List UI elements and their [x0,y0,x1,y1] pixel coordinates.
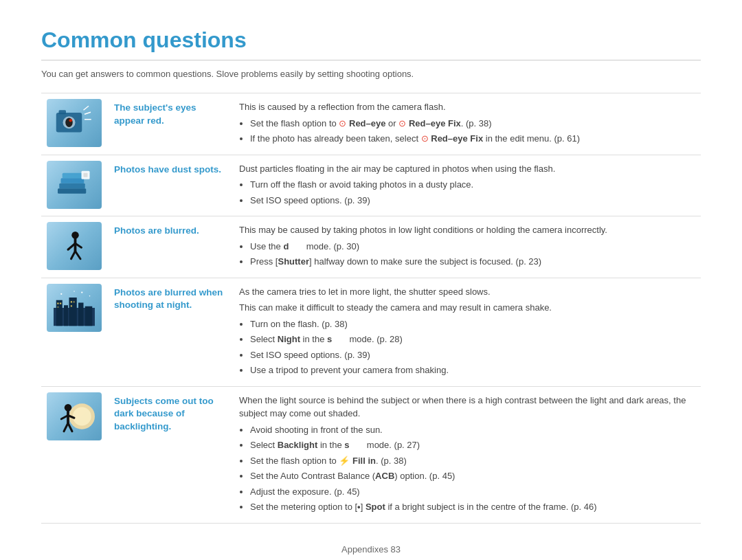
list-item: Turn on the flash. (p. 38) [250,317,693,331]
content-intro: This is caused by a reflection from the … [239,100,693,114]
svg-rect-27 [60,302,61,304]
row-label: Subjects come out too dark because of ba… [114,396,214,432]
list-item: Select Backlight in the s mode. (p. 27) [250,438,693,452]
svg-rect-9 [59,183,85,188]
svg-rect-22 [64,305,68,326]
table-row: Subjects come out too dark because of ba… [41,386,701,523]
row-label-cell: Photos are blurred when shooting at nigh… [107,278,231,386]
row-image-cell [41,216,107,278]
svg-rect-26 [57,302,58,304]
row-image [47,284,102,332]
row-content-cell: Dust particles floating in the air may b… [231,155,701,216]
svg-line-6 [85,112,91,114]
svg-rect-30 [74,301,75,302]
svg-point-32 [60,293,62,294]
svg-line-19 [76,251,81,259]
row-label-cell: Photos have dust spots. [107,155,231,216]
svg-rect-10 [61,178,85,183]
faq-table: The subject's eyes appear red. This is c… [41,93,701,524]
bullet-list: Set the flash option to ⊙ Red–eye or ⊙ R… [250,117,693,146]
list-item: Use the d mode. (p. 30) [250,240,693,254]
row-label: Photos have dust spots. [114,164,221,175]
bullet-list: Turn off the flash or avoid taking photo… [250,178,693,207]
table-row: Photos are blurred. This may be caused b… [41,216,701,278]
table-row: Photos have dust spots. Dust particles f… [41,155,701,216]
svg-rect-21 [56,300,63,326]
row-image-cell [41,278,107,386]
list-item: Set the flash option to ⊙ Red–eye or ⊙ R… [250,117,693,131]
svg-rect-29 [71,301,72,302]
content-intro: This may be caused by taking photos in l… [239,223,693,237]
svg-line-18 [71,251,76,259]
row-label: Photos are blurred. [114,225,199,236]
svg-line-43 [68,423,72,431]
row-content-cell: This may be caused by taking photos in l… [231,216,701,278]
svg-rect-8 [58,188,86,194]
footer: Appendixes 83 [41,544,701,555]
table-row: Photos are blurred when shooting at nigh… [41,278,701,386]
list-item: Set the metering option to [•] Spot if a… [250,500,693,514]
content-intro: Dust particles floating in the air may b… [239,162,693,176]
bullet-list: Use the d mode. (p. 30) Press [Shutter] … [250,240,693,269]
row-image-cell [41,93,107,155]
list-item: Turn off the flash or avoid taking photo… [250,178,693,192]
row-image [47,222,102,270]
svg-rect-13 [84,172,88,177]
list-item: Set the flash option to ⚡ Fill in. (p. 3… [250,454,693,468]
svg-rect-25 [85,306,93,326]
row-image-cell [41,386,107,523]
content-intro2: This can make it difficult to steady the… [239,301,693,315]
bullet-list: Turn on the flash. (p. 38) Select Night … [250,317,693,377]
svg-point-4 [69,119,73,122]
table-row: The subject's eyes appear red. This is c… [41,93,701,155]
content-intro: When the light source is behind the subj… [239,394,693,421]
row-label-cell: Photos are blurred. [107,216,231,278]
svg-rect-24 [78,302,84,326]
bullet-list: Avoid shooting in front of the sun. Sele… [250,423,693,514]
list-item: Adjust the exposure. (p. 45) [250,485,693,499]
row-image [47,99,102,147]
row-label-cell: The subject's eyes appear red. [107,93,231,155]
svg-point-37 [73,407,91,425]
row-label-cell: Subjects come out too dark because of ba… [107,386,231,523]
row-content-cell: As the camera tries to let in more light… [231,278,701,386]
list-item: Set the Auto Contrast Balance (ACB) opti… [250,469,693,483]
page-title: Common questions [41,27,701,60]
svg-rect-28 [57,306,58,307]
list-item: Press [Shutter] halfway down to make sur… [250,255,693,269]
row-image-cell [41,155,107,216]
svg-line-42 [64,423,68,431]
page-intro: You can get answers to common questions.… [41,69,701,79]
list-item: Use a tripod to prevent your camera from… [250,363,693,377]
row-image [47,392,102,440]
svg-line-5 [84,106,89,110]
content-intro: As the camera tries to let in more light… [239,285,693,299]
list-item: Avoid shooting in front of the sun. [250,423,693,437]
svg-rect-23 [69,298,77,326]
list-item: If the photo has already been taken, sel… [250,132,693,146]
list-item: Select Night in the s mode. (p. 28) [250,333,693,346]
row-label: The subject's eyes appear red. [114,102,196,126]
row-content-cell: When the light source is behind the subj… [231,386,701,523]
list-item: Set ISO speed options. (p. 39) [250,194,693,208]
list-item: Set ISO speed options. (p. 39) [250,348,693,362]
svg-point-35 [74,291,75,292]
svg-rect-1 [59,110,67,114]
row-content-cell: This is caused by a reflection from the … [231,93,701,155]
svg-rect-31 [71,305,72,306]
svg-rect-11 [63,172,83,178]
svg-point-34 [89,295,91,297]
svg-point-33 [81,291,82,293]
row-image [47,161,102,209]
row-label: Photos are blurred when shooting at nigh… [114,287,223,311]
